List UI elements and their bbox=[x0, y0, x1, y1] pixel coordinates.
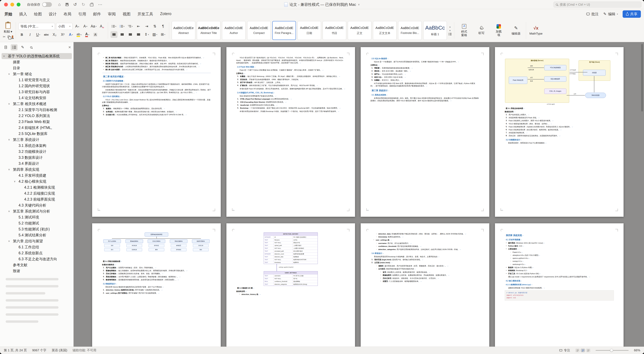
list-item[interactable]: 事务性： 支持 ACID 事务，保证数据一致性。 bbox=[371, 70, 480, 72]
chevron-down-icon[interactable]: ∨ bbox=[8, 73, 13, 75]
list-item[interactable]: confidence_threshold: 用户设定的检测置信度阈值。 bbox=[376, 245, 480, 248]
numbered-list-button[interactable]: ▾ bbox=[119, 23, 126, 30]
print-icon[interactable] bbox=[90, 3, 94, 6]
outline-item[interactable]: ∨6.1 工作总结 bbox=[2, 244, 72, 250]
font-size-select[interactable]: 小四▾ bbox=[56, 23, 72, 30]
list-item[interactable]: 数据管理模块： 提供数据库的辅助管理功能，如清理无效记录和备份数据库（管理员权限… bbox=[103, 278, 211, 281]
list-item[interactable]: 图像检测页: 批量图片上传区域、批量检测结果列表、开始检测按钮、批量结果展示。 bbox=[380, 274, 480, 277]
document-page[interactable]: 服务器端 (Server)用户端 (Client)Flask Web应用YOLO… bbox=[495, 47, 624, 217]
document-page[interactable]: detection_data: 存储检测到的每个物品的详细信息（类别、置信度、边… bbox=[361, 223, 489, 347]
more-commands-icon[interactable]: ⋯ bbox=[98, 2, 102, 7]
document-page[interactable]: YOLO 算法经历了多个版本的迭代（如 YOLOv3、YOLOv4、YOLOv5… bbox=[226, 47, 355, 217]
doc-heading-2[interactable]: 2.1 深度学习与目标检测 bbox=[102, 79, 211, 82]
doc-paragraph[interactable]: SQLite 是一个轻量级的、基于文件的关系型数据库管理系统。它将整个数据库存储… bbox=[370, 60, 480, 63]
doc-paragraph[interactable]: 深度学习是机器学习的一个分支，其核心是使用包含多个处理层的人工神经网络来学习数据… bbox=[102, 83, 211, 88]
dictate-button[interactable]: 听写 bbox=[474, 26, 489, 35]
highlight-color-button[interactable]: ab▾ bbox=[76, 31, 82, 38]
list-item[interactable]: Flask 后端将处理结果（标注图片路径、检测详情）返回给浏览器。 bbox=[506, 129, 614, 131]
zoom-percent[interactable]: 66% bbox=[634, 349, 640, 352]
mathtype-button[interactable]: √x MathType bbox=[528, 26, 544, 35]
list-item[interactable]: Flask==2.x bbox=[510, 251, 614, 254]
style-date[interactable]: AaBbCcDdE 日期 bbox=[298, 21, 321, 40]
outline-item[interactable]: ∨4.2.1 检测模块实现 bbox=[2, 184, 72, 190]
cut-icon[interactable]: ✂ bbox=[3, 35, 6, 39]
outline-item[interactable]: ∨第一章 绪论 bbox=[2, 71, 72, 77]
outline-item[interactable]: ∨2.3 Flask Web 框架 bbox=[2, 119, 72, 125]
doc-paragraph[interactable]: 对于本项目这样的单机/小型 Web 应用、数据结构相对简单的应用场景，SQLit… bbox=[370, 82, 480, 87]
underline-button[interactable]: U▾ bbox=[35, 31, 42, 38]
print-layout-icon[interactable] bbox=[581, 349, 585, 352]
editing-mode-button[interactable]: ✎ 编辑 ▾ bbox=[603, 12, 618, 16]
er-diagram[interactable]: DETECTION_HISTORYINTEGERidPK 主键ID (自动增长)… bbox=[236, 232, 345, 286]
outline-item[interactable]: ∨4.2.3 前端界面实现 bbox=[2, 196, 72, 202]
decrease-indent-button[interactable]: ⇤ bbox=[135, 23, 142, 30]
grow-font-button[interactable]: A▴ bbox=[74, 23, 81, 30]
multilevel-list-button[interactable]: ▾ bbox=[127, 23, 134, 30]
tab-view[interactable]: 视图 bbox=[123, 11, 130, 17]
language-indicator[interactable]: 英语 (美国) bbox=[52, 348, 67, 353]
doc-paragraph[interactable]: 通过 pip install -r requirements.txt (如果提供… bbox=[505, 275, 614, 278]
document-page[interactable]: 违禁物品检测系统用户认证模块登录登出图像检测模块单张检测批量检测历史记录模块查询… bbox=[92, 223, 221, 347]
font-name-select[interactable]: 等线 (中文...▾ bbox=[18, 23, 55, 30]
gallery-down-icon[interactable]: ▾ bbox=[449, 29, 450, 32]
doc-paragraph[interactable]: 本项目选择 Flask 作为后端框架，因为它开发效率高、社区活跃，能够快速构建所… bbox=[236, 87, 345, 90]
list-item[interactable]: HTML (HyperText Markup Language): 定义网页的结… bbox=[237, 98, 345, 100]
doc-heading-2[interactable]: 2.5 SQLite 数据库 bbox=[370, 57, 480, 60]
list-item[interactable]: 第五章 系统测试与分析： 介绍测试环境和测试用例设计，展示功能测试和性能测试的初… bbox=[103, 65, 211, 68]
tab-layout[interactable]: 布局 bbox=[64, 11, 72, 17]
thumbnails-view-icon[interactable] bbox=[2, 44, 9, 50]
list-item[interactable]: 第二章 相关技术概述： 详细介绍深度学习、目标检测、YOLO 算法、Flask … bbox=[103, 56, 211, 59]
character-shading-button[interactable]: A bbox=[92, 31, 99, 38]
document-page[interactable]: 第四章 系统实现4.1 开发环境搭建操作系统: Windows 10/11 (或… bbox=[495, 223, 624, 347]
architecture-diagram[interactable]: 服务器端 (Server)用户端 (Client)Flask Web应用YOLO… bbox=[505, 56, 614, 106]
find-icon[interactable] bbox=[28, 44, 34, 50]
zoom-slider[interactable] bbox=[596, 350, 628, 351]
copy-icon[interactable] bbox=[8, 36, 10, 38]
list-item[interactable]: 用户认证模块： 负责用户身份验证（登录、登出）和密码修改。 bbox=[103, 266, 211, 269]
outline-item[interactable]: ∨5.4 测试结果分析 bbox=[2, 232, 72, 238]
vertical-scrollbar[interactable] bbox=[641, 44, 643, 112]
style-compact[interactable]: AaBbCcDdE Compact bbox=[247, 21, 271, 40]
search-input[interactable] bbox=[560, 3, 639, 6]
chevron-down-icon[interactable]: ∨ bbox=[14, 180, 18, 183]
list-item[interactable]: 轻量级： 库文件小、资源占用少。 bbox=[371, 79, 480, 82]
style-bibliography[interactable]: AaBbCcDdE 书目 bbox=[323, 21, 346, 40]
doc-heading-2[interactable]: 2.2 YOLO 系列算法 bbox=[102, 95, 211, 98]
module-tree-diagram[interactable]: 违禁物品检测系统用户认证模块登录登出图像检测模块单张检测批量检测历史记录模块查询… bbox=[102, 232, 211, 259]
outline-item[interactable]: ∨2.5 SQLite 数据库 bbox=[2, 131, 72, 137]
outline-item[interactable]: ∨1.4 论文结构安排 bbox=[2, 95, 72, 101]
doc-bold-line[interactable]: 表结构说明: bbox=[236, 290, 345, 293]
share-button[interactable]: 共享 bbox=[622, 10, 641, 18]
doc-bold-line[interactable]: 各模块功能简述: bbox=[102, 263, 211, 266]
style-author[interactable]: AaBbCcDdE Author bbox=[222, 21, 246, 40]
list-item[interactable]: timestamp: 检测完成的时间。 bbox=[376, 236, 480, 238]
doc-paragraph[interactable]: Web 前端技术负责构建用户直接交互的界面。 bbox=[236, 95, 345, 97]
clear-formatting-button[interactable]: A bbox=[98, 23, 105, 30]
list-item[interactable]: 扩展性强： 拥有丰富的第三方扩展，可以方便地添加数据库支持、用户认证、RESTf… bbox=[237, 84, 345, 87]
shrink-font-button[interactable]: A▾ bbox=[82, 23, 89, 30]
doc-heading-2[interactable]: 4.1 开发环境搭建 bbox=[505, 238, 614, 241]
list-item[interactable]: 图像检测模块： 核心功能模块，处理单张和批量图片的上传、调用模型进行检测，并将结… bbox=[103, 269, 211, 272]
editor-button[interactable]: ✎ 编辑器 bbox=[509, 25, 524, 35]
zoom-slider-knob[interactable] bbox=[610, 349, 613, 352]
accessibility-status[interactable]: 辅助功能: 不可用 bbox=[73, 348, 96, 353]
list-item[interactable]: detection_history 表: bbox=[239, 293, 345, 296]
style-normal[interactable]: AaBbCcDdE 正文 bbox=[348, 21, 371, 40]
justify-button[interactable] bbox=[135, 31, 142, 38]
outline-item[interactable]: ∨1.2 国内外研究现状 bbox=[2, 83, 72, 89]
home-icon[interactable]: ⌂ bbox=[58, 2, 61, 7]
outline-item[interactable]: ∨第六章 总结与展望 bbox=[2, 238, 72, 244]
figure-caption[interactable]: 图 3-1 系统总体架构图 bbox=[505, 107, 614, 110]
sort-button[interactable]: ⇅ bbox=[152, 23, 158, 30]
addins-button[interactable]: 加载 项 bbox=[491, 24, 506, 37]
document-page[interactable]: DETECTION_HISTORYINTEGERidPK 主键ID (自动增长)… bbox=[226, 223, 355, 347]
subscript-button[interactable]: X₂ bbox=[51, 31, 58, 38]
redo-icon[interactable]: ↻ bbox=[82, 2, 85, 7]
code-block[interactable]: # detect.py 关键代码片段import ultralyticsimpo… bbox=[505, 290, 614, 301]
list-item[interactable]: 第四章 系统实现： 描述开发环境搭建过程，详细介绍核心模块（检测、后端 API、… bbox=[103, 62, 211, 65]
list-item[interactable]: 数据库: SQLite 3 (Python 内置) bbox=[506, 266, 614, 269]
format-painter-icon[interactable] bbox=[12, 35, 13, 38]
outline-item[interactable]: ∨2.4 前端技术 (HTML, bbox=[2, 125, 72, 131]
gallery-up-icon[interactable]: ▴ bbox=[449, 25, 450, 28]
close-pane-icon[interactable]: × bbox=[68, 45, 71, 50]
